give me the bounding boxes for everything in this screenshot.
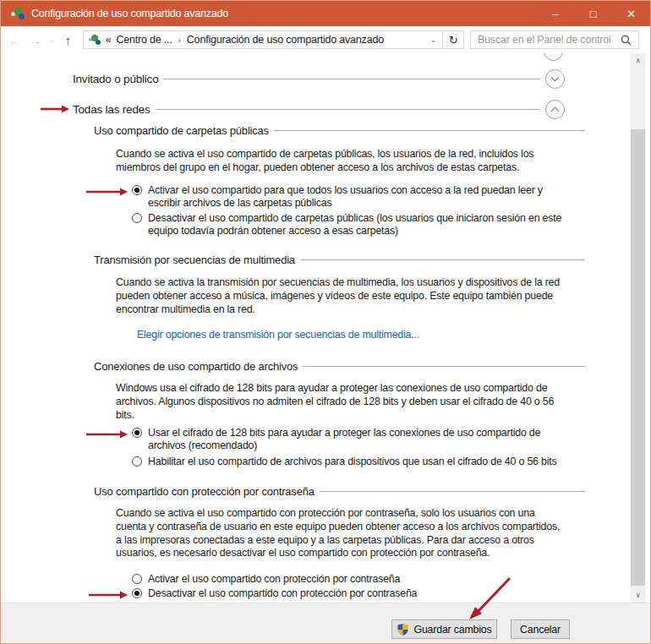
radio-label: Desactivar el uso compartido de carpetas… bbox=[148, 212, 561, 238]
radio-label: Activar el uso compartido para que todos… bbox=[148, 184, 543, 210]
search-input[interactable] bbox=[471, 32, 614, 47]
radio-option-enable-password-sharing[interactable]: Activar el uso compartido con protección… bbox=[132, 573, 400, 586]
scroll-down-icon[interactable]: ∨ bbox=[631, 588, 645, 603]
search-icon bbox=[621, 35, 632, 46]
radio-button[interactable] bbox=[132, 428, 142, 438]
radio-option-128bit-encryption[interactable]: Usar el cifrado de 128 bits para ayudar … bbox=[132, 427, 540, 453]
up-button[interactable]: ↑ bbox=[57, 30, 79, 50]
radio-button[interactable] bbox=[132, 456, 142, 467]
divider-line bbox=[156, 109, 540, 110]
divider-line bbox=[303, 366, 585, 367]
radio-label: Usar el cifrado de 128 bits para ayudar … bbox=[148, 427, 540, 453]
profile-row-all-networks: Todas las redes bbox=[73, 99, 565, 119]
back-button[interactable]: ← bbox=[4, 30, 25, 50]
radio-button[interactable] bbox=[132, 574, 142, 584]
forward-button[interactable]: → bbox=[25, 30, 46, 50]
radio-button[interactable] bbox=[132, 185, 142, 195]
breadcrumb-current[interactable]: Configuración de uso compartido avanzado bbox=[187, 34, 384, 46]
divider-line bbox=[300, 259, 585, 260]
profile-label-all-networks: Todas las redes bbox=[73, 103, 150, 116]
scrollbar-thumb[interactable] bbox=[631, 129, 645, 586]
radio-button[interactable] bbox=[132, 588, 142, 598]
divider-line bbox=[274, 130, 585, 131]
section-title: Conexiones de uso compartido de archivos bbox=[94, 360, 298, 373]
close-button[interactable]: ✕ bbox=[612, 1, 650, 26]
refresh-button[interactable]: ↻ bbox=[443, 30, 464, 49]
history-dropdown-icon[interactable]: ⌄ bbox=[46, 30, 57, 50]
window-controls: – □ ✕ bbox=[536, 1, 650, 26]
radio-option-enable-public-sharing[interactable]: Activar el uso compartido para que todos… bbox=[132, 184, 543, 210]
radio-button[interactable] bbox=[132, 213, 142, 223]
radio-option-40-56bit-encryption[interactable]: Habilitar el uso compartido de archivos … bbox=[132, 456, 557, 468]
network-location-icon bbox=[89, 34, 101, 46]
address-dropdown-icon[interactable]: ⌄ bbox=[424, 35, 442, 44]
radio-label: Desactivar el uso compartido con protecc… bbox=[148, 587, 417, 600]
advanced-sharing-window: Configuración de uso compartido avanzado… bbox=[0, 0, 651, 644]
uac-shield-icon bbox=[397, 623, 409, 636]
section-header-public-folders: Uso compartido de carpetas públicas bbox=[94, 121, 590, 139]
divider-line bbox=[320, 491, 585, 492]
radio-label: Habilitar el uso compartido de archivos … bbox=[148, 456, 557, 468]
breadcrumb-separator-icon: › bbox=[178, 35, 181, 45]
radio-option-disable-public-sharing[interactable]: Desactivar el uso compartido de carpetas… bbox=[132, 212, 561, 238]
section-header-password-protected-sharing: Uso compartido con protección por contra… bbox=[94, 482, 590, 500]
profile-row-guest-public: Invitado o público bbox=[73, 68, 565, 89]
search-box bbox=[470, 30, 639, 49]
divider-line bbox=[163, 79, 540, 79]
collapsed-section-chevron-partial[interactable] bbox=[544, 53, 563, 61]
scroll-up-icon[interactable]: ∧ bbox=[631, 53, 645, 68]
section-title: Transmisión por secuencias de multimedia bbox=[94, 254, 295, 266]
section-description: Cuando se activa el uso compartido con p… bbox=[116, 507, 560, 560]
network-sharing-icon bbox=[11, 7, 25, 20]
section-header-media-streaming: Transmisión por secuencias de multimedia bbox=[94, 250, 590, 269]
chevron-down-icon bbox=[551, 73, 560, 81]
cancel-button-label: Cancelar bbox=[520, 624, 561, 636]
chevron-up-icon bbox=[551, 106, 560, 115]
save-changes-button[interactable]: Guardar cambios bbox=[391, 619, 497, 639]
address-bar[interactable]: « Centro de ... › Configuración de uso c… bbox=[83, 30, 444, 49]
title-bar[interactable]: Configuración de uso compartido avanzado… bbox=[1, 1, 650, 26]
media-streaming-options-link[interactable]: Elegir opciones de transmisión por secue… bbox=[137, 329, 419, 341]
vertical-scrollbar[interactable]: ∧ ∨ bbox=[631, 53, 645, 603]
save-button-label: Guardar cambios bbox=[413, 624, 491, 636]
radio-option-disable-password-sharing[interactable]: Desactivar el uso compartido con protecc… bbox=[132, 587, 417, 600]
radio-label: Activar el uso compartido con protección… bbox=[148, 573, 400, 586]
profile-label-guest-public: Invitado o público bbox=[73, 73, 158, 85]
section-title: Uso compartido con protección por contra… bbox=[94, 485, 315, 498]
settings-content: Invitado o público Todas las redes Uso c… bbox=[1, 53, 650, 603]
minimize-button[interactable]: – bbox=[536, 1, 574, 26]
section-description: Cuando se activa la transmisión por secu… bbox=[116, 276, 560, 316]
expand-guest-public-button[interactable] bbox=[545, 69, 565, 89]
collapse-all-networks-button[interactable] bbox=[545, 100, 565, 119]
section-header-file-sharing-connections: Conexiones de uso compartido de archivos bbox=[94, 357, 590, 375]
breadcrumb-parent[interactable]: Centro de ... bbox=[116, 34, 172, 46]
footer-bar: Guardar cambios Cancelar bbox=[1, 603, 650, 644]
cancel-button[interactable]: Cancelar bbox=[511, 619, 570, 639]
breadcrumb-chevrons: « bbox=[106, 34, 112, 46]
section-description: Cuando se activa el uso compartido de ca… bbox=[116, 148, 533, 175]
maximize-button[interactable]: □ bbox=[574, 1, 612, 26]
section-title: Uso compartido de carpetas públicas bbox=[94, 124, 269, 137]
navigation-bar: ← → ⌄ ↑ « Centro de ... › Configuración … bbox=[1, 26, 650, 53]
window-title: Configuración de uso compartido avanzado bbox=[31, 8, 536, 19]
section-description: Windows usa el cifrado de 128 bits para … bbox=[116, 382, 554, 422]
